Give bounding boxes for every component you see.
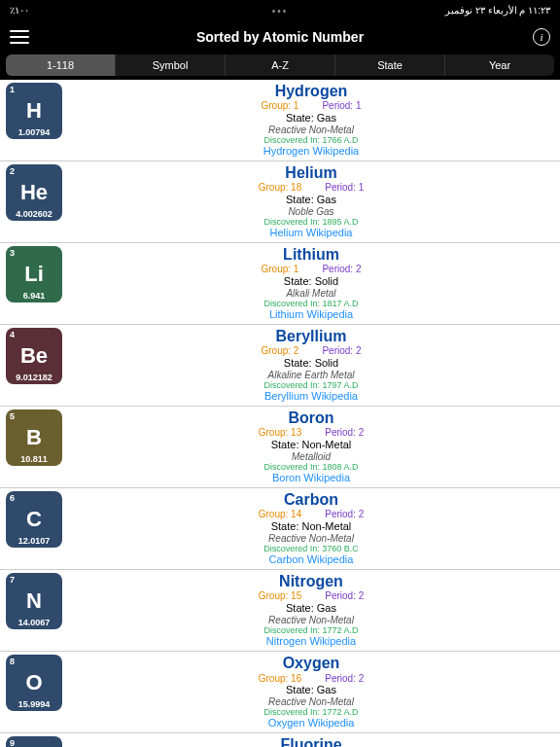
element-discovered: Discovered In: 1766 A.D (70, 135, 552, 145)
element-row[interactable]: 1H1.00794HydrogenGroup: 1Period: 1State:… (0, 80, 560, 161)
atomic-number: 5 (10, 411, 15, 421)
element-name: Boron (70, 409, 552, 427)
group-period: Group: 16Period: 2 (70, 673, 552, 685)
element-name: Oxygen (70, 655, 552, 672)
element-details: HydrogenGroup: 1Period: 1State: GasReact… (70, 83, 552, 158)
group-period: Group: 2Period: 2 (70, 345, 552, 357)
info-icon[interactable]: i (533, 28, 550, 46)
segment-state[interactable]: State (335, 54, 445, 76)
element-row[interactable]: 3Li6.941LithiumGroup: 1Period: 2State: S… (0, 243, 560, 325)
segment-year[interactable]: Year (445, 54, 554, 76)
wikipedia-link[interactable]: Lithium Wikipedia (70, 308, 552, 321)
atomic-number: 8 (10, 657, 15, 666)
element-category: Reactive Non-Metal (70, 615, 552, 626)
group-period: Group: 18Period: 1 (70, 182, 552, 194)
atomic-number: 9 (10, 738, 15, 747)
element-tile: 8O15.9994 (6, 655, 62, 711)
element-symbol: H (26, 100, 42, 122)
element-row[interactable]: 4Be9.012182BerylliumGroup: 2Period: 2Sta… (0, 325, 560, 407)
element-row[interactable]: 6C12.0107CarbonGroup: 14Period: 2State: … (0, 488, 560, 570)
segment-symbol[interactable]: Symbol (116, 54, 226, 76)
wikipedia-link[interactable]: Carbon Wikipedia (70, 553, 552, 566)
atomic-mass: 15.9994 (6, 699, 62, 709)
element-state: State: Gas (70, 194, 552, 206)
element-discovered: Discovered In: 1808 A.D (70, 462, 552, 472)
element-state: State: Solid (70, 357, 552, 370)
atomic-mass: 4.002602 (6, 209, 62, 219)
element-name: Hydrogen (70, 83, 552, 100)
element-details: CarbonGroup: 14Period: 2State: Non-Metal… (70, 491, 552, 566)
element-symbol: C (26, 509, 42, 530)
element-name: Carbon (70, 491, 552, 509)
element-row[interactable]: 2He4.002602HeliumGroup: 18Period: 1State… (0, 161, 560, 243)
element-tile: 2He4.002602 (6, 164, 62, 221)
element-details: BoronGroup: 13Period: 2State: Non-MetalM… (70, 409, 552, 484)
atomic-mass: 9.012182 (6, 373, 62, 382)
element-discovered: Discovered In: 1772 A.D (70, 707, 552, 717)
element-name: Fluorine (70, 736, 552, 747)
element-list[interactable]: 1H1.00794HydrogenGroup: 1Period: 1State:… (0, 80, 560, 747)
element-symbol: B (26, 427, 42, 448)
wikipedia-link[interactable]: Beryllium Wikipedia (70, 390, 552, 403)
group-period: Group: 14Period: 2 (70, 509, 552, 520)
wikipedia-link[interactable]: Boron Wikipedia (70, 472, 552, 484)
atomic-number: 1 (10, 85, 15, 94)
element-details: LithiumGroup: 1Period: 2State: SolidAlka… (70, 246, 552, 321)
element-name: Lithium (70, 246, 552, 264)
element-details: BerylliumGroup: 2Period: 2State: SolidAl… (70, 328, 552, 403)
element-name: Nitrogen (70, 573, 552, 590)
element-symbol: O (25, 672, 42, 694)
wikipedia-link[interactable]: Helium Wikipedia (70, 227, 552, 239)
wikipedia-link[interactable]: Oxygen Wikipedia (70, 717, 552, 729)
element-row[interactable]: 5B10.811BoronGroup: 13Period: 2State: No… (0, 407, 560, 488)
group-period: Group: 1Period: 1 (70, 100, 552, 112)
element-tile: 6C12.0107 (6, 491, 62, 548)
element-category: Metalloid (70, 451, 552, 463)
element-discovered: Discovered In: 1895 A.D (70, 217, 552, 227)
group-period: Group: 1Period: 2 (70, 264, 552, 275)
page-title: Sorted by Atomic Number (0, 29, 560, 45)
atomic-number: 6 (10, 493, 15, 503)
element-category: Reactive Non-Metal (70, 696, 552, 708)
element-state: State: Solid (70, 275, 552, 288)
element-discovered: Discovered In: 3760 B.C (70, 544, 552, 553)
atomic-number: 4 (10, 330, 15, 339)
segmented-control[interactable]: 1-118SymbolA-ZStateYear (0, 54, 560, 80)
element-state: State: Non-Metal (70, 439, 552, 451)
element-row[interactable]: 9F18.9984032FluorineGroup: 17Period: 2St… (0, 733, 560, 747)
wikipedia-link[interactable]: Nitrogen Wikipedia (70, 635, 552, 648)
element-name: Beryllium (70, 328, 552, 345)
element-row[interactable]: 7N14.0067NitrogenGroup: 15Period: 2State… (0, 570, 560, 652)
element-discovered: Discovered In: 1772 A.D (70, 625, 552, 635)
element-discovered: Discovered In: 1797 A.D (70, 380, 552, 390)
element-symbol: He (20, 182, 48, 203)
atomic-mass: 1.00794 (6, 127, 62, 137)
multitask-indicator: ••• (0, 6, 560, 17)
element-tile: 9F18.9984032 (6, 736, 62, 747)
segment-1-118[interactable]: 1-118 (6, 54, 116, 76)
element-category: Reactive Non-Metal (70, 124, 552, 136)
element-tile: 1H1.00794 (6, 83, 62, 139)
element-state: State: Gas (70, 684, 552, 696)
atomic-mass: 14.0067 (6, 618, 62, 627)
element-state: State: Gas (70, 602, 552, 615)
element-symbol: N (26, 590, 42, 612)
element-discovered: Discovered In: 1817 A.D (70, 299, 552, 308)
atomic-mass: 12.0107 (6, 536, 62, 546)
segment-a-z[interactable]: A-Z (226, 54, 335, 76)
element-tile: 4Be9.012182 (6, 328, 62, 384)
menu-icon[interactable] (10, 30, 29, 44)
atomic-number: 7 (10, 575, 15, 585)
nav-bar: ••• Sorted by Atomic Number i (0, 19, 560, 54)
element-category: Reactive Non-Metal (70, 533, 552, 545)
element-tile: 5B10.811 (6, 409, 62, 466)
atomic-mass: 10.811 (6, 454, 62, 464)
element-category: Alkaline Earth Metal (70, 370, 552, 381)
element-tile: 7N14.0067 (6, 573, 62, 629)
element-category: Noble Gas (70, 206, 552, 218)
element-symbol: Be (20, 345, 48, 367)
wikipedia-link[interactable]: Hydrogen Wikipedia (70, 145, 552, 158)
group-period: Group: 13Period: 2 (70, 427, 552, 439)
element-row[interactable]: 8O15.9994OxygenGroup: 16Period: 2State: … (0, 652, 560, 733)
element-tile: 3Li6.941 (6, 246, 62, 302)
